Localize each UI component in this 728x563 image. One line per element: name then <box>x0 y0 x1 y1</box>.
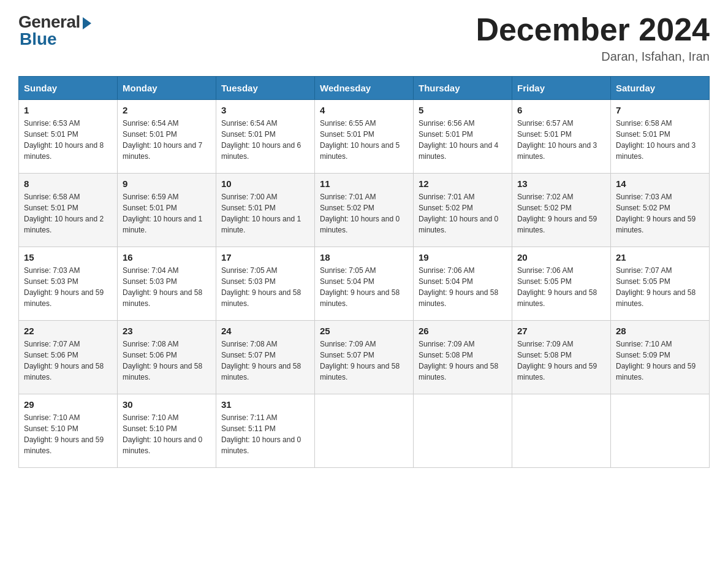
day-info: Sunrise: 7:06 AMSunset: 5:05 PMDaylight:… <box>517 265 605 309</box>
day-number: 14 <box>616 178 704 189</box>
day-number: 21 <box>616 252 704 262</box>
calendar-cell: 11Sunrise: 7:01 AMSunset: 5:02 PMDayligh… <box>315 174 414 247</box>
calendar-cell: 15Sunrise: 7:03 AMSunset: 5:03 PMDayligh… <box>19 247 118 321</box>
header-cell-tuesday: Tuesday <box>216 77 315 100</box>
logo-blue-text: Blue <box>20 29 57 49</box>
day-info: Sunrise: 7:01 AMSunset: 5:02 PMDaylight:… <box>419 191 507 236</box>
day-number: 6 <box>517 105 605 115</box>
calendar-body: 1Sunrise: 6:53 AMSunset: 5:01 PMDaylight… <box>19 100 710 468</box>
day-number: 30 <box>123 399 211 410</box>
calendar-subtitle: Daran, Isfahan, Iran <box>476 50 710 64</box>
header-cell-wednesday: Wednesday <box>315 77 414 100</box>
calendar-title: December 2024 <box>476 12 710 47</box>
calendar-cell: 22Sunrise: 7:07 AMSunset: 5:06 PMDayligh… <box>19 321 118 394</box>
logo: General Blue <box>18 12 91 49</box>
calendar-cell: 12Sunrise: 7:01 AMSunset: 5:02 PMDayligh… <box>414 174 512 247</box>
calendar-cell: 29Sunrise: 7:10 AMSunset: 5:10 PMDayligh… <box>19 394 118 468</box>
week-row-2: 8Sunrise: 6:58 AMSunset: 5:01 PMDaylight… <box>19 174 710 247</box>
calendar-cell: 14Sunrise: 7:03 AMSunset: 5:02 PMDayligh… <box>611 174 710 247</box>
calendar-cell <box>414 394 512 468</box>
day-number: 9 <box>123 178 211 189</box>
calendar-cell: 1Sunrise: 6:53 AMSunset: 5:01 PMDaylight… <box>19 100 118 174</box>
header-cell-sunday: Sunday <box>19 77 118 100</box>
day-number: 3 <box>221 105 309 115</box>
calendar-cell: 18Sunrise: 7:05 AMSunset: 5:04 PMDayligh… <box>315 247 414 321</box>
header-row: SundayMondayTuesdayWednesdayThursdayFrid… <box>19 77 710 100</box>
day-info: Sunrise: 6:56 AMSunset: 5:01 PMDaylight:… <box>419 118 507 162</box>
day-info: Sunrise: 7:06 AMSunset: 5:04 PMDaylight:… <box>419 265 507 309</box>
day-info: Sunrise: 6:58 AMSunset: 5:01 PMDaylight:… <box>24 191 112 236</box>
day-number: 16 <box>123 252 211 262</box>
day-number: 24 <box>221 326 309 336</box>
header-cell-saturday: Saturday <box>611 77 710 100</box>
calendar-cell: 5Sunrise: 6:56 AMSunset: 5:01 PMDaylight… <box>414 100 512 174</box>
day-info: Sunrise: 7:01 AMSunset: 5:02 PMDaylight:… <box>320 191 408 236</box>
calendar-cell: 27Sunrise: 7:09 AMSunset: 5:08 PMDayligh… <box>512 321 611 394</box>
day-info: Sunrise: 7:05 AMSunset: 5:04 PMDaylight:… <box>320 265 408 309</box>
day-info: Sunrise: 7:03 AMSunset: 5:03 PMDaylight:… <box>24 265 112 309</box>
day-number: 4 <box>320 105 408 115</box>
day-number: 2 <box>123 105 211 115</box>
day-number: 19 <box>419 252 507 262</box>
week-row-1: 1Sunrise: 6:53 AMSunset: 5:01 PMDaylight… <box>19 100 710 174</box>
day-info: Sunrise: 7:07 AMSunset: 5:05 PMDaylight:… <box>616 265 704 309</box>
calendar-header: SundayMondayTuesdayWednesdayThursdayFrid… <box>19 77 710 100</box>
calendar-cell: 28Sunrise: 7:10 AMSunset: 5:09 PMDayligh… <box>611 321 710 394</box>
day-info: Sunrise: 6:55 AMSunset: 5:01 PMDaylight:… <box>320 118 408 162</box>
day-number: 23 <box>123 326 211 336</box>
calendar-cell: 19Sunrise: 7:06 AMSunset: 5:04 PMDayligh… <box>414 247 512 321</box>
page-header: General Blue December 2024 Daran, Isfaha… <box>18 12 710 64</box>
calendar-cell: 7Sunrise: 6:58 AMSunset: 5:01 PMDaylight… <box>611 100 710 174</box>
calendar-cell: 6Sunrise: 6:57 AMSunset: 5:01 PMDaylight… <box>512 100 611 174</box>
day-info: Sunrise: 6:58 AMSunset: 5:01 PMDaylight:… <box>616 118 704 162</box>
day-info: Sunrise: 6:54 AMSunset: 5:01 PMDaylight:… <box>221 118 309 162</box>
calendar-cell: 17Sunrise: 7:05 AMSunset: 5:03 PMDayligh… <box>216 247 315 321</box>
day-info: Sunrise: 7:05 AMSunset: 5:03 PMDaylight:… <box>221 265 309 309</box>
day-number: 26 <box>419 326 507 336</box>
header-cell-thursday: Thursday <box>414 77 512 100</box>
day-info: Sunrise: 7:09 AMSunset: 5:07 PMDaylight:… <box>320 339 408 383</box>
day-number: 18 <box>320 252 408 262</box>
day-info: Sunrise: 7:08 AMSunset: 5:06 PMDaylight:… <box>123 339 211 383</box>
calendar-cell: 21Sunrise: 7:07 AMSunset: 5:05 PMDayligh… <box>611 247 710 321</box>
day-info: Sunrise: 7:11 AMSunset: 5:11 PMDaylight:… <box>221 412 309 456</box>
day-info: Sunrise: 7:10 AMSunset: 5:10 PMDaylight:… <box>24 412 112 456</box>
day-number: 31 <box>221 399 309 410</box>
day-info: Sunrise: 7:09 AMSunset: 5:08 PMDaylight:… <box>517 339 605 383</box>
day-info: Sunrise: 7:04 AMSunset: 5:03 PMDaylight:… <box>123 265 211 309</box>
day-number: 11 <box>320 178 408 189</box>
day-number: 15 <box>24 252 112 262</box>
day-number: 27 <box>517 326 605 336</box>
day-info: Sunrise: 7:08 AMSunset: 5:07 PMDaylight:… <box>221 339 309 383</box>
day-number: 20 <box>517 252 605 262</box>
day-info: Sunrise: 7:02 AMSunset: 5:02 PMDaylight:… <box>517 191 605 236</box>
day-number: 1 <box>24 105 112 115</box>
calendar-cell: 30Sunrise: 7:10 AMSunset: 5:10 PMDayligh… <box>118 394 216 468</box>
calendar-cell: 26Sunrise: 7:09 AMSunset: 5:08 PMDayligh… <box>414 321 512 394</box>
calendar-cell <box>315 394 414 468</box>
day-info: Sunrise: 7:03 AMSunset: 5:02 PMDaylight:… <box>616 191 704 236</box>
title-block: December 2024 Daran, Isfahan, Iran <box>476 12 710 64</box>
calendar-cell: 8Sunrise: 6:58 AMSunset: 5:01 PMDaylight… <box>19 174 118 247</box>
day-number: 10 <box>221 178 309 189</box>
day-number: 12 <box>419 178 507 189</box>
day-number: 28 <box>616 326 704 336</box>
header-cell-friday: Friday <box>512 77 611 100</box>
calendar-cell: 25Sunrise: 7:09 AMSunset: 5:07 PMDayligh… <box>315 321 414 394</box>
week-row-3: 15Sunrise: 7:03 AMSunset: 5:03 PMDayligh… <box>19 247 710 321</box>
day-info: Sunrise: 6:54 AMSunset: 5:01 PMDaylight:… <box>123 118 211 162</box>
day-info: Sunrise: 6:59 AMSunset: 5:01 PMDaylight:… <box>123 191 211 236</box>
day-info: Sunrise: 7:00 AMSunset: 5:01 PMDaylight:… <box>221 191 309 236</box>
day-number: 17 <box>221 252 309 262</box>
week-row-5: 29Sunrise: 7:10 AMSunset: 5:10 PMDayligh… <box>19 394 710 468</box>
day-info: Sunrise: 6:53 AMSunset: 5:01 PMDaylight:… <box>24 118 112 162</box>
day-info: Sunrise: 7:10 AMSunset: 5:10 PMDaylight:… <box>123 412 211 456</box>
day-number: 8 <box>24 178 112 189</box>
logo-arrow-icon <box>83 17 91 29</box>
calendar-cell: 3Sunrise: 6:54 AMSunset: 5:01 PMDaylight… <box>216 100 315 174</box>
day-number: 29 <box>24 399 112 410</box>
day-info: Sunrise: 7:07 AMSunset: 5:06 PMDaylight:… <box>24 339 112 383</box>
day-number: 5 <box>419 105 507 115</box>
calendar-table: SundayMondayTuesdayWednesdayThursdayFrid… <box>18 76 710 468</box>
calendar-cell: 9Sunrise: 6:59 AMSunset: 5:01 PMDaylight… <box>118 174 216 247</box>
